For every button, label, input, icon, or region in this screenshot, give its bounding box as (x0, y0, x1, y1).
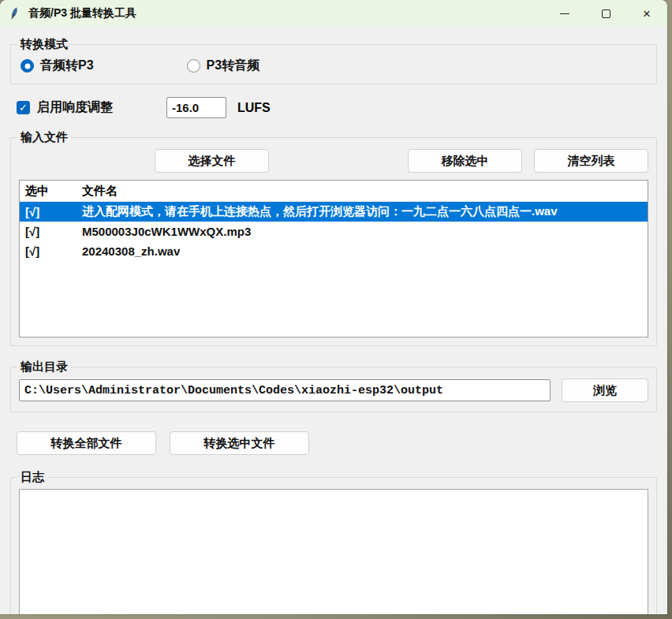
row-filename: 进入配网模式，请在手机上连接热点，然后打开浏览器访问：一九二点一六八点四点一.w… (80, 204, 648, 219)
log-groupbox: 日志 (10, 477, 657, 614)
radio-p3-to-audio-label: P3转音频 (207, 58, 260, 74)
table-row[interactable]: [√] 进入配网模式，请在手机上连接热点，然后打开浏览器访问：一九二点一六八点四… (20, 202, 648, 222)
window-title: 音频/P3 批量转换工具 (28, 6, 136, 21)
close-button[interactable]: × (626, 0, 667, 27)
column-header-checked[interactable]: 选中 (20, 184, 80, 199)
row-filename: 20240308_zh.wav (80, 244, 648, 258)
output-dir-groupbox: 输出目录 浏览 (10, 367, 657, 412)
radio-unselected-icon (187, 59, 200, 73)
radio-audio-to-p3-label: 音频转P3 (40, 58, 94, 74)
browse-button[interactable]: 浏览 (562, 378, 648, 402)
convert-selected-button[interactable]: 转换选中文件 (170, 431, 309, 455)
minimize-button[interactable] (544, 0, 585, 27)
loudness-checkbox-label[interactable]: 启用响度调整 (37, 99, 113, 116)
log-textarea[interactable] (19, 489, 648, 614)
radio-audio-to-p3[interactable]: 音频转P3 (21, 58, 94, 74)
file-table[interactable]: 选中 文件名 [√] 进入配网模式，请在手机上连接热点，然后打开浏览器访问：一九… (19, 180, 648, 337)
row-check-mark: [√] (20, 225, 80, 238)
titlebar[interactable]: 音频/P3 批量转换工具 × (0, 0, 667, 27)
row-check-mark: [√] (20, 244, 80, 258)
clear-list-button[interactable]: 清空列表 (534, 149, 648, 173)
column-header-filename[interactable]: 文件名 (80, 184, 648, 199)
convert-all-button[interactable]: 转换全部文件 (17, 431, 156, 455)
lufs-value-input[interactable] (166, 97, 226, 118)
app-window: 音频/P3 批量转换工具 × 转换模式 音频转P3 P3转音频 (0, 0, 667, 614)
radio-selected-icon (21, 59, 34, 73)
row-check-mark: [√] (20, 205, 80, 218)
mode-group-label: 转换模式 (17, 37, 71, 51)
row-filename: M500003J0cWK1WWxQX.mp3 (80, 225, 648, 238)
minimize-icon (560, 13, 569, 14)
remove-selected-button[interactable]: 移除选中 (408, 149, 522, 173)
radio-p3-to-audio[interactable]: P3转音频 (187, 58, 260, 74)
input-files-groupbox: 输入文件 选择文件 移除选中 清空列表 选中 文件名 [√] 进入配网模式，请在… (10, 137, 657, 346)
feather-app-icon (8, 7, 21, 20)
mode-groupbox: 转换模式 音频转P3 P3转音频 (10, 44, 657, 84)
maximize-icon (602, 9, 610, 18)
log-label: 日志 (17, 470, 47, 484)
maximize-button[interactable] (585, 0, 626, 27)
output-dir-label: 输出目录 (17, 360, 71, 374)
loudness-checkbox[interactable]: ✓ (17, 101, 30, 114)
table-row[interactable]: [√] 20240308_zh.wav (20, 241, 648, 261)
input-files-label: 输入文件 (17, 130, 71, 144)
file-table-header: 选中 文件名 (20, 181, 648, 202)
lufs-unit-label: LUFS (237, 101, 271, 115)
choose-files-button[interactable]: 选择文件 (155, 149, 269, 173)
output-dir-input[interactable] (19, 379, 551, 401)
table-row[interactable]: [√] M500003J0cWK1WWxQX.mp3 (20, 222, 648, 241)
close-icon: × (643, 7, 651, 21)
